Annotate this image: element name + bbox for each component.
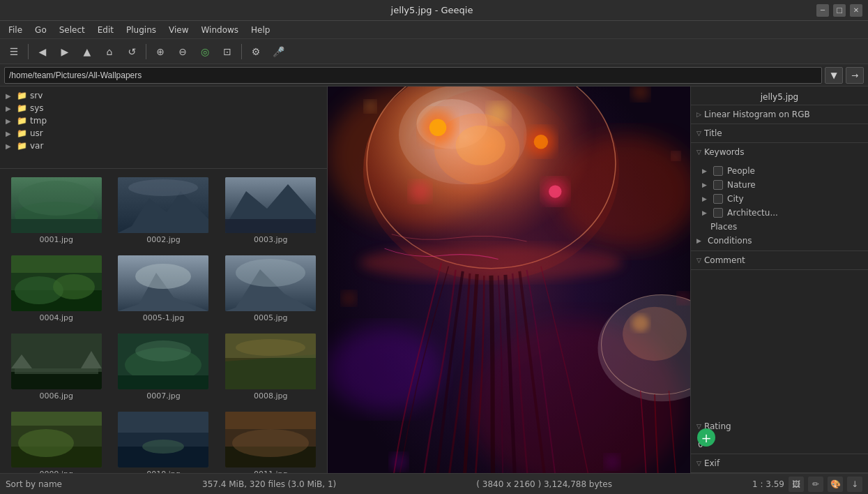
tree-item-sys[interactable]: ▶ 📁 sys [0,102,327,114]
thumb-label-0002: 0002.jpg [146,235,181,244]
download-button[interactable]: ↓ [847,477,862,492]
menu-toggle-button[interactable]: ☰ [4,42,24,61]
kw-checkbox-architecture[interactable] [713,208,723,218]
maximize-button[interactable]: □ [833,4,846,17]
kw-checkbox-city[interactable] [713,194,723,204]
thumb-0003[interactable]: 0003.jpg [220,174,321,247]
jellyfish-image [328,87,690,473]
kw-checkbox-people[interactable] [713,166,723,176]
thumb-0005-1[interactable]: 0005-1.jpg [113,253,215,325]
exif-header[interactable]: ▽ Exif [691,454,868,472]
exif-arrow: ▽ [696,460,701,467]
close-button[interactable]: ✕ [850,4,862,17]
rating-header[interactable]: ▽ Rating [691,417,868,435]
kw-label-people: People [727,166,755,176]
color-picker-button[interactable]: 🖼 [789,477,804,492]
keyword-places[interactable]: Places [691,220,868,234]
svg-point-3 [18,181,95,216]
path-input[interactable]: /home/team/Pictures/All-Wallpapers [4,67,822,84]
refresh-button[interactable]: ↺ [122,42,142,61]
zoom-level: 1 : 3.59 [752,479,784,489]
tree-item-srv[interactable]: ▶ 📁 srv [0,89,327,102]
color-manage-button[interactable]: 🎨 [828,477,843,492]
thumb-img-0007 [118,334,208,389]
edit-tool-button[interactable]: ✏ [808,477,823,492]
window-title: jelly5.jpg - Geeqie [47,5,816,15]
add-button[interactable]: + [697,428,715,447]
status-center: 357.4 MiB, 320 files (3.0 MiB, 1) [202,479,336,489]
svg-point-50 [328,327,441,412]
thumb-label-0007: 0007.jpg [146,391,181,401]
title-section: ▽ Title [691,124,868,143]
keyword-nature[interactable]: ▶ Nature [691,178,868,192]
zoom-fit-button[interactable]: ◎ [195,42,215,61]
tree-item-tmp[interactable]: ▶ 📁 tmp [0,114,327,127]
svg-point-59 [429,119,446,136]
thumb-0004[interactable]: 0004.jpg [6,253,107,325]
menu-plugins[interactable]: Plugins [121,23,162,37]
thumb-0007[interactable]: 0007.jpg [113,331,215,403]
tree-item-usr[interactable]: ▶ 📁 usr [0,127,327,140]
path-dropdown-button[interactable]: ▼ [825,67,843,84]
file-info: 357.4 MiB, 320 files (3.0 MiB, 1) [202,479,336,489]
thumb-0009[interactable]: 0009.jpg [6,409,107,473]
zoom-in-button[interactable]: ⊕ [151,42,170,61]
right-panel: jelly5.jpg ▷ Linear Histogram on RGB ▽ T… [690,87,868,473]
menu-windows[interactable]: Windows [195,23,244,37]
title-header[interactable]: ▽ Title [691,124,868,142]
histogram-header[interactable]: ▷ Linear Histogram on RGB [691,105,868,123]
thumb-img-0005-1 [118,255,208,311]
thumb-0010[interactable]: 0010.jpg [113,409,215,473]
menu-view[interactable]: View [163,23,194,37]
svg-rect-41 [118,412,208,433]
thumb-img-0001 [11,177,102,233]
thumb-img-0002 [118,177,208,233]
menu-file[interactable]: File [3,23,28,37]
thumb-0001[interactable]: 0001.jpg [6,174,107,247]
status-bar: Sort by name 357.4 MiB, 320 files (3.0 M… [0,473,868,494]
back-button[interactable]: ◀ [33,42,52,61]
thumb-0002[interactable]: 0002.jpg [113,174,215,247]
mic-button[interactable]: 🎤 [268,42,288,61]
keyword-people[interactable]: ▶ People [691,164,868,178]
tree-label-var: var [30,141,43,151]
menu-go[interactable]: Go [29,23,52,37]
kw-checkbox-nature[interactable] [713,180,723,190]
svg-point-64 [549,185,561,197]
toolbar: ☰ ◀ ▶ ▲ ⌂ ↺ ⊕ ⊖ ◎ ⊡ ⚙ 🎤 [0,39,868,64]
title-section-label: Title [704,128,722,138]
home-button[interactable]: ⌂ [100,42,119,61]
thumb-img-0006 [11,334,102,389]
svg-rect-22 [11,372,102,389]
thumb-img-0004 [11,255,102,311]
svg-point-71 [365,100,376,112]
keyword-architecture[interactable]: ▶ Architectu... [691,206,868,220]
thumb-0006[interactable]: 0006.jpg [6,331,107,403]
rating-value: 0 [691,435,868,454]
comment-header[interactable]: ▽ Comment [691,251,868,269]
tree-item-var[interactable]: ▶ 📁 var [0,140,327,152]
zoom-1-button[interactable]: ⊡ [218,42,237,61]
rating-arrow: ▽ [696,423,701,430]
thumb-label-0005-1: 0005-1.jpg [143,313,184,322]
keyword-conditions[interactable]: ▶ Conditions [691,234,868,248]
thumb-0008[interactable]: 0008.jpg [220,331,321,403]
menu-help[interactable]: Help [245,23,275,37]
menu-edit[interactable]: Edit [92,23,119,37]
status-right: 1 : 3.59 🖼 ✏ 🎨 ↓ [752,477,862,492]
panel-spacer [691,270,868,417]
tree-label-tmp: tmp [30,116,47,126]
settings-button[interactable]: ⚙ [246,42,266,61]
path-navigate-button[interactable]: → [846,67,864,84]
keywords-header[interactable]: ▽ Keywords [691,143,868,161]
kw-label-city: City [727,194,744,204]
up-button[interactable]: ▲ [77,42,97,61]
forward-button[interactable]: ▶ [55,42,75,61]
kw-label-places: Places [710,222,737,232]
menu-select[interactable]: Select [54,23,91,37]
minimize-button[interactable]: ─ [816,4,829,17]
thumb-0005[interactable]: 0005.jpg [220,253,321,325]
zoom-out-button[interactable]: ⊖ [173,42,192,61]
keyword-city[interactable]: ▶ City [691,192,868,206]
thumb-0011[interactable]: 0011.jpg [220,409,321,473]
